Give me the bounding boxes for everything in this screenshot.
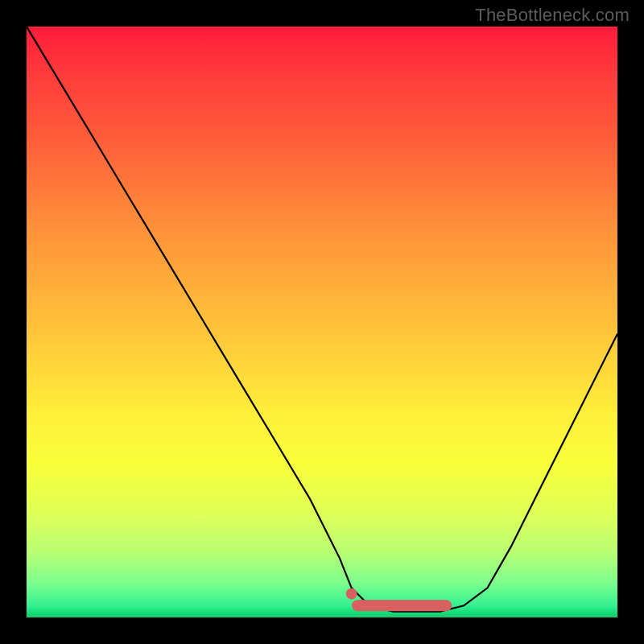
chart-svg bbox=[27, 27, 617, 617]
chart-curve-line bbox=[27, 27, 617, 612]
chart-plot-area bbox=[27, 27, 617, 617]
watermark-text: TheBottleneck.com bbox=[475, 5, 630, 26]
chart-dot-marker bbox=[346, 588, 357, 600]
